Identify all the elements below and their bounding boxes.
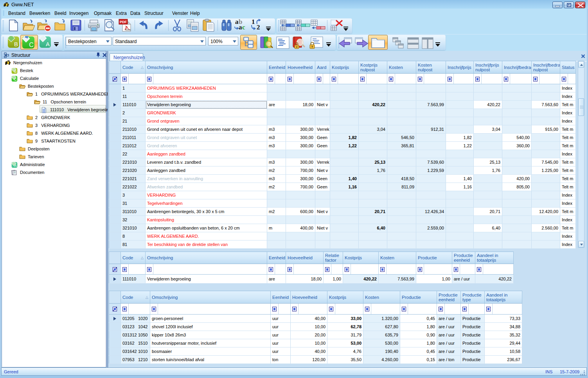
svg-text:C: C <box>29 42 34 48</box>
svg-text:A: A <box>46 41 50 47</box>
svg-text:C: C <box>14 78 17 81</box>
svg-text:B: B <box>14 70 16 74</box>
svg-text:PDF: PDF <box>120 20 127 24</box>
svg-text:B: B <box>14 41 18 47</box>
svg-text:Adobe: Adobe <box>125 29 131 31</box>
svg-text:A: A <box>14 164 16 168</box>
